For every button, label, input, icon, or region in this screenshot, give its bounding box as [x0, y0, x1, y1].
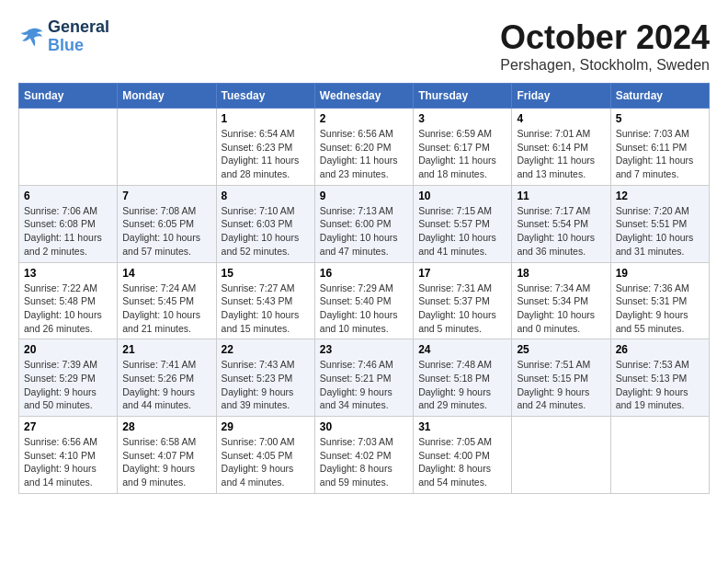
day-info: Sunrise: 7:43 AMSunset: 5:23 PMDaylight:…	[222, 358, 310, 412]
calendar-cell: 2Sunrise: 6:56 AMSunset: 6:20 PMDaylight…	[314, 109, 413, 186]
day-number: 25	[517, 343, 605, 356]
calendar-cell: 16Sunrise: 7:29 AMSunset: 5:40 PMDayligh…	[314, 262, 413, 339]
day-info: Sunrise: 7:27 AMSunset: 5:43 PMDaylight:…	[222, 282, 310, 336]
calendar-cell: 7Sunrise: 7:08 AMSunset: 6:05 PMDaylight…	[118, 185, 216, 262]
day-info: Sunrise: 7:34 AMSunset: 5:34 PMDaylight:…	[517, 282, 605, 336]
calendar-cell: 30Sunrise: 7:03 AMSunset: 4:02 PMDayligh…	[314, 417, 413, 494]
day-info: Sunrise: 7:10 AMSunset: 6:03 PMDaylight:…	[222, 204, 310, 259]
calendar-cell: 6Sunrise: 7:06 AMSunset: 6:08 PMDaylight…	[19, 185, 118, 262]
day-number: 12	[616, 190, 704, 202]
day-info: Sunrise: 7:39 AMSunset: 5:29 PMDaylight:…	[24, 358, 112, 412]
day-info: Sunrise: 7:29 AMSunset: 5:40 PMDaylight:…	[320, 282, 408, 336]
day-number: 15	[222, 267, 310, 280]
day-header-monday: Monday	[118, 84, 216, 109]
title-block: October 2024 Pershagen, Stockholm, Swede…	[500, 18, 710, 74]
calendar-cell	[118, 109, 216, 186]
logo: General Blue	[18, 18, 109, 55]
week-row-1: 1Sunrise: 6:54 AMSunset: 6:23 PMDaylight…	[19, 109, 710, 186]
calendar-cell: 1Sunrise: 6:54 AMSunset: 6:23 PMDaylight…	[216, 109, 314, 186]
calendar-cell: 21Sunrise: 7:41 AMSunset: 5:26 PMDayligh…	[118, 339, 216, 417]
day-number: 8	[222, 190, 310, 202]
day-header-tuesday: Tuesday	[216, 84, 314, 109]
calendar-cell: 5Sunrise: 7:03 AMSunset: 6:11 PMDaylight…	[610, 109, 709, 186]
day-number: 4	[517, 112, 605, 125]
calendar-cell	[512, 417, 610, 494]
day-info: Sunrise: 7:48 AMSunset: 5:18 PMDaylight:…	[418, 358, 506, 412]
calendar-cell: 17Sunrise: 7:31 AMSunset: 5:37 PMDayligh…	[414, 262, 512, 339]
calendar-cell: 23Sunrise: 7:46 AMSunset: 5:21 PMDayligh…	[314, 339, 413, 417]
month-title: October 2024	[500, 18, 710, 57]
day-number: 1	[222, 112, 310, 125]
calendar-cell: 3Sunrise: 6:59 AMSunset: 6:17 PMDaylight…	[414, 109, 512, 186]
day-info: Sunrise: 7:13 AMSunset: 6:00 PMDaylight:…	[320, 204, 408, 259]
day-number: 9	[320, 190, 408, 202]
calendar-cell: 9Sunrise: 7:13 AMSunset: 6:00 PMDaylight…	[314, 185, 413, 262]
day-number: 22	[222, 343, 310, 356]
day-number: 21	[122, 343, 210, 356]
day-info: Sunrise: 7:20 AMSunset: 5:51 PMDaylight:…	[616, 204, 704, 259]
calendar-cell	[19, 109, 118, 186]
day-info: Sunrise: 6:58 AMSunset: 4:07 PMDaylight:…	[122, 435, 210, 489]
header-row: SundayMondayTuesdayWednesdayThursdayFrid…	[19, 84, 710, 109]
day-number: 17	[418, 267, 506, 280]
day-info: Sunrise: 6:56 AMSunset: 4:10 PMDaylight:…	[24, 435, 112, 489]
calendar-cell: 10Sunrise: 7:15 AMSunset: 5:57 PMDayligh…	[414, 185, 512, 262]
day-info: Sunrise: 7:41 AMSunset: 5:26 PMDaylight:…	[122, 358, 210, 412]
calendar-cell: 24Sunrise: 7:48 AMSunset: 5:18 PMDayligh…	[414, 339, 512, 417]
day-number: 2	[320, 112, 408, 125]
calendar-cell: 8Sunrise: 7:10 AMSunset: 6:03 PMDaylight…	[216, 185, 314, 262]
calendar-cell: 15Sunrise: 7:27 AMSunset: 5:43 PMDayligh…	[216, 262, 314, 339]
calendar-cell: 22Sunrise: 7:43 AMSunset: 5:23 PMDayligh…	[216, 339, 314, 417]
page-header: General Blue October 2024 Pershagen, Sto…	[18, 18, 710, 74]
calendar-cell: 29Sunrise: 7:00 AMSunset: 4:05 PMDayligh…	[216, 417, 314, 494]
day-number: 31	[418, 420, 506, 433]
day-info: Sunrise: 7:03 AMSunset: 4:02 PMDaylight:…	[320, 435, 408, 489]
week-row-4: 20Sunrise: 7:39 AMSunset: 5:29 PMDayligh…	[19, 339, 710, 417]
calendar-cell: 31Sunrise: 7:05 AMSunset: 4:00 PMDayligh…	[414, 417, 512, 494]
day-info: Sunrise: 6:54 AMSunset: 6:23 PMDaylight:…	[222, 127, 310, 181]
day-number: 28	[122, 420, 210, 433]
calendar-cell: 20Sunrise: 7:39 AMSunset: 5:29 PMDayligh…	[19, 339, 118, 417]
calendar-cell: 18Sunrise: 7:34 AMSunset: 5:34 PMDayligh…	[512, 262, 610, 339]
calendar-cell: 14Sunrise: 7:24 AMSunset: 5:45 PMDayligh…	[118, 262, 216, 339]
day-header-thursday: Thursday	[414, 84, 512, 109]
calendar-table: SundayMondayTuesdayWednesdayThursdayFrid…	[18, 83, 710, 494]
day-number: 24	[418, 343, 506, 356]
day-header-sunday: Sunday	[19, 84, 118, 109]
day-number: 7	[122, 190, 210, 202]
calendar-cell: 4Sunrise: 7:01 AMSunset: 6:14 PMDaylight…	[512, 109, 610, 186]
day-info: Sunrise: 6:59 AMSunset: 6:17 PMDaylight:…	[418, 127, 506, 181]
day-number: 6	[24, 190, 112, 202]
calendar-cell: 28Sunrise: 6:58 AMSunset: 4:07 PMDayligh…	[118, 417, 216, 494]
day-header-friday: Friday	[512, 84, 610, 109]
week-row-5: 27Sunrise: 6:56 AMSunset: 4:10 PMDayligh…	[19, 417, 710, 494]
day-info: Sunrise: 7:00 AMSunset: 4:05 PMDaylight:…	[222, 435, 310, 489]
day-info: Sunrise: 7:22 AMSunset: 5:48 PMDaylight:…	[24, 282, 112, 336]
logo-icon	[18, 24, 44, 50]
calendar-cell: 25Sunrise: 7:51 AMSunset: 5:15 PMDayligh…	[512, 339, 610, 417]
day-info: Sunrise: 7:15 AMSunset: 5:57 PMDaylight:…	[418, 204, 506, 259]
day-info: Sunrise: 7:17 AMSunset: 5:54 PMDaylight:…	[517, 204, 605, 259]
location-title: Pershagen, Stockholm, Sweden	[500, 57, 710, 74]
day-number: 27	[24, 420, 112, 433]
day-number: 14	[122, 267, 210, 280]
day-info: Sunrise: 6:56 AMSunset: 6:20 PMDaylight:…	[320, 127, 408, 181]
day-number: 10	[418, 190, 506, 202]
calendar-cell: 26Sunrise: 7:53 AMSunset: 5:13 PMDayligh…	[610, 339, 709, 417]
day-info: Sunrise: 7:31 AMSunset: 5:37 PMDaylight:…	[418, 282, 506, 336]
day-info: Sunrise: 7:01 AMSunset: 6:14 PMDaylight:…	[517, 127, 605, 181]
logo-text: General Blue	[48, 18, 109, 55]
day-info: Sunrise: 7:06 AMSunset: 6:08 PMDaylight:…	[24, 204, 112, 259]
calendar-cell: 13Sunrise: 7:22 AMSunset: 5:48 PMDayligh…	[19, 262, 118, 339]
day-number: 18	[517, 267, 605, 280]
day-number: 13	[24, 267, 112, 280]
day-header-wednesday: Wednesday	[314, 84, 413, 109]
day-number: 19	[616, 267, 704, 280]
day-info: Sunrise: 7:36 AMSunset: 5:31 PMDaylight:…	[616, 282, 704, 336]
day-number: 23	[320, 343, 408, 356]
calendar-cell: 12Sunrise: 7:20 AMSunset: 5:51 PMDayligh…	[610, 185, 709, 262]
day-info: Sunrise: 7:51 AMSunset: 5:15 PMDaylight:…	[517, 358, 605, 412]
day-info: Sunrise: 7:03 AMSunset: 6:11 PMDaylight:…	[616, 127, 704, 181]
day-info: Sunrise: 7:53 AMSunset: 5:13 PMDaylight:…	[616, 358, 704, 412]
day-number: 20	[24, 343, 112, 356]
